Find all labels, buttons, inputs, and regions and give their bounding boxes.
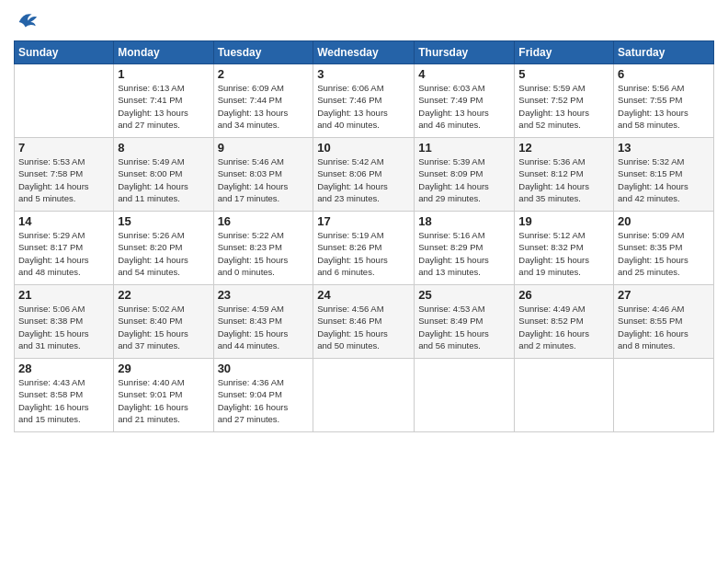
header xyxy=(14,9,714,35)
calendar-week-3: 14Sunrise: 5:29 AM Sunset: 8:17 PM Dayli… xyxy=(15,212,714,285)
day-number: 24 xyxy=(317,288,410,302)
day-info: Sunrise: 5:16 AM Sunset: 8:29 PM Dayligh… xyxy=(418,229,510,278)
calendar-cell xyxy=(515,359,614,432)
weekday-header-thursday: Thursday xyxy=(415,41,515,64)
weekday-header-wednesday: Wednesday xyxy=(313,41,415,64)
day-info: Sunrise: 5:59 AM Sunset: 7:52 PM Dayligh… xyxy=(518,82,609,131)
calendar-cell: 30Sunrise: 4:36 AM Sunset: 9:04 PM Dayli… xyxy=(213,359,313,432)
calendar-cell: 2Sunrise: 6:09 AM Sunset: 7:44 PM Daylig… xyxy=(213,64,313,138)
calendar-cell: 7Sunrise: 5:53 AM Sunset: 7:58 PM Daylig… xyxy=(15,138,114,212)
day-number: 3 xyxy=(317,67,410,81)
day-info: Sunrise: 5:22 AM Sunset: 8:23 PM Dayligh… xyxy=(218,229,310,278)
calendar-cell xyxy=(614,359,714,432)
day-info: Sunrise: 5:36 AM Sunset: 8:12 PM Dayligh… xyxy=(518,155,609,204)
day-info: Sunrise: 5:49 AM Sunset: 8:00 PM Dayligh… xyxy=(118,155,209,204)
calendar-cell: 18Sunrise: 5:16 AM Sunset: 8:29 PM Dayli… xyxy=(415,212,515,285)
calendar-cell: 1Sunrise: 6:13 AM Sunset: 7:41 PM Daylig… xyxy=(114,64,213,138)
calendar-cell: 15Sunrise: 5:26 AM Sunset: 8:20 PM Dayli… xyxy=(114,212,213,285)
calendar-cell: 22Sunrise: 5:02 AM Sunset: 8:40 PM Dayli… xyxy=(114,285,213,359)
calendar-cell: 17Sunrise: 5:19 AM Sunset: 8:26 PM Dayli… xyxy=(313,212,415,285)
day-number: 15 xyxy=(118,214,209,228)
calendar-cell: 4Sunrise: 6:03 AM Sunset: 7:49 PM Daylig… xyxy=(415,64,515,138)
day-number: 21 xyxy=(18,288,109,302)
day-info: Sunrise: 5:39 AM Sunset: 8:09 PM Dayligh… xyxy=(418,155,510,204)
calendar-cell: 6Sunrise: 5:56 AM Sunset: 7:55 PM Daylig… xyxy=(614,64,714,138)
day-number: 1 xyxy=(118,67,209,81)
day-number: 6 xyxy=(618,67,710,81)
day-info: Sunrise: 4:49 AM Sunset: 8:52 PM Dayligh… xyxy=(518,303,609,351)
day-info: Sunrise: 5:12 AM Sunset: 8:32 PM Dayligh… xyxy=(518,229,609,278)
calendar-cell: 27Sunrise: 4:46 AM Sunset: 8:55 PM Dayli… xyxy=(614,285,714,359)
weekday-header-friday: Friday xyxy=(515,41,614,64)
day-info: Sunrise: 6:09 AM Sunset: 7:44 PM Dayligh… xyxy=(218,82,310,131)
day-number: 10 xyxy=(317,141,410,155)
calendar-cell: 24Sunrise: 4:56 AM Sunset: 8:46 PM Dayli… xyxy=(313,285,415,359)
day-number: 4 xyxy=(418,67,510,81)
calendar-cell: 12Sunrise: 5:36 AM Sunset: 8:12 PM Dayli… xyxy=(515,138,614,212)
calendar-table: SundayMondayTuesdayWednesdayThursdayFrid… xyxy=(14,40,714,432)
day-number: 9 xyxy=(218,141,310,155)
calendar-cell: 8Sunrise: 5:49 AM Sunset: 8:00 PM Daylig… xyxy=(114,138,213,212)
day-info: Sunrise: 5:06 AM Sunset: 8:38 PM Dayligh… xyxy=(18,303,109,351)
day-number: 20 xyxy=(618,214,710,228)
day-info: Sunrise: 5:42 AM Sunset: 8:06 PM Dayligh… xyxy=(317,155,410,204)
day-number: 26 xyxy=(518,288,609,302)
weekday-header-saturday: Saturday xyxy=(614,41,714,64)
day-info: Sunrise: 4:59 AM Sunset: 8:43 PM Dayligh… xyxy=(218,303,310,351)
day-number: 13 xyxy=(618,141,710,155)
day-info: Sunrise: 4:53 AM Sunset: 8:49 PM Dayligh… xyxy=(418,303,510,351)
calendar-cell: 14Sunrise: 5:29 AM Sunset: 8:17 PM Dayli… xyxy=(15,212,114,285)
day-number: 2 xyxy=(218,67,310,81)
day-number: 29 xyxy=(118,362,209,375)
day-number: 12 xyxy=(518,141,609,155)
weekday-header-row: SundayMondayTuesdayWednesdayThursdayFrid… xyxy=(15,41,714,64)
calendar-cell: 11Sunrise: 5:39 AM Sunset: 8:09 PM Dayli… xyxy=(415,138,515,212)
page-container: SundayMondayTuesdayWednesdayThursdayFrid… xyxy=(0,0,728,437)
calendar-cell xyxy=(313,359,415,432)
calendar-cell: 13Sunrise: 5:32 AM Sunset: 8:15 PM Dayli… xyxy=(614,138,714,212)
calendar-cell xyxy=(415,359,515,432)
day-info: Sunrise: 4:46 AM Sunset: 8:55 PM Dayligh… xyxy=(618,303,710,351)
calendar-week-4: 21Sunrise: 5:06 AM Sunset: 8:38 PM Dayli… xyxy=(15,285,714,359)
calendar-body: 1Sunrise: 6:13 AM Sunset: 7:41 PM Daylig… xyxy=(15,64,714,432)
day-info: Sunrise: 5:46 AM Sunset: 8:03 PM Dayligh… xyxy=(218,155,310,204)
day-number: 27 xyxy=(618,288,710,302)
day-info: Sunrise: 5:53 AM Sunset: 7:58 PM Dayligh… xyxy=(18,155,109,204)
calendar-cell: 21Sunrise: 5:06 AM Sunset: 8:38 PM Dayli… xyxy=(15,285,114,359)
day-number: 7 xyxy=(18,141,109,155)
day-info: Sunrise: 4:36 AM Sunset: 9:04 PM Dayligh… xyxy=(218,376,310,425)
day-info: Sunrise: 5:32 AM Sunset: 8:15 PM Dayligh… xyxy=(618,155,710,204)
day-number: 28 xyxy=(18,362,109,375)
calendar-cell: 29Sunrise: 4:40 AM Sunset: 9:01 PM Dayli… xyxy=(114,359,213,432)
day-info: Sunrise: 4:40 AM Sunset: 9:01 PM Dayligh… xyxy=(118,376,209,425)
day-number: 25 xyxy=(418,288,510,302)
calendar-cell xyxy=(15,64,114,138)
day-info: Sunrise: 4:56 AM Sunset: 8:46 PM Dayligh… xyxy=(317,303,410,351)
day-info: Sunrise: 5:26 AM Sunset: 8:20 PM Dayligh… xyxy=(118,229,209,278)
day-info: Sunrise: 6:13 AM Sunset: 7:41 PM Dayligh… xyxy=(118,82,209,131)
calendar-cell: 20Sunrise: 5:09 AM Sunset: 8:35 PM Dayli… xyxy=(614,212,714,285)
calendar-cell: 19Sunrise: 5:12 AM Sunset: 8:32 PM Dayli… xyxy=(515,212,614,285)
calendar-cell: 10Sunrise: 5:42 AM Sunset: 8:06 PM Dayli… xyxy=(313,138,415,212)
day-info: Sunrise: 5:19 AM Sunset: 8:26 PM Dayligh… xyxy=(317,229,410,278)
logo xyxy=(14,9,43,35)
calendar-week-5: 28Sunrise: 4:43 AM Sunset: 8:58 PM Dayli… xyxy=(15,359,714,432)
day-info: Sunrise: 5:56 AM Sunset: 7:55 PM Dayligh… xyxy=(618,82,710,131)
calendar-cell: 23Sunrise: 4:59 AM Sunset: 8:43 PM Dayli… xyxy=(213,285,313,359)
day-number: 5 xyxy=(518,67,609,81)
calendar-cell: 28Sunrise: 4:43 AM Sunset: 8:58 PM Dayli… xyxy=(15,359,114,432)
logo-icon xyxy=(14,9,40,35)
calendar-week-1: 1Sunrise: 6:13 AM Sunset: 7:41 PM Daylig… xyxy=(15,64,714,138)
day-info: Sunrise: 6:03 AM Sunset: 7:49 PM Dayligh… xyxy=(418,82,510,131)
day-number: 17 xyxy=(317,214,410,228)
day-info: Sunrise: 4:43 AM Sunset: 8:58 PM Dayligh… xyxy=(18,376,109,425)
day-number: 22 xyxy=(118,288,209,302)
day-number: 23 xyxy=(218,288,310,302)
day-number: 11 xyxy=(418,141,510,155)
day-number: 18 xyxy=(418,214,510,228)
calendar-cell: 16Sunrise: 5:22 AM Sunset: 8:23 PM Dayli… xyxy=(213,212,313,285)
calendar-cell: 5Sunrise: 5:59 AM Sunset: 7:52 PM Daylig… xyxy=(515,64,614,138)
day-number: 16 xyxy=(218,214,310,228)
day-info: Sunrise: 6:06 AM Sunset: 7:46 PM Dayligh… xyxy=(317,82,410,131)
day-info: Sunrise: 5:09 AM Sunset: 8:35 PM Dayligh… xyxy=(618,229,710,278)
